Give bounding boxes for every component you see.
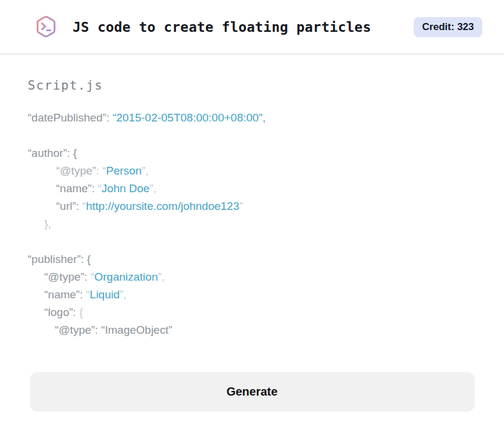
- code-line: “publisher”: {: [28, 251, 476, 268]
- code-line: “name”: “Liquid”,: [28, 286, 476, 304]
- code-block: “datePublished”: “2015-02-05T08:00:00+08…: [28, 109, 476, 339]
- code-line: },: [28, 215, 476, 233]
- main-content: Script.js “datePublished”: “2015-02-05T0…: [0, 78, 504, 412]
- code-line: “name”: “John Doe”,: [28, 180, 476, 198]
- code-line: [28, 127, 476, 144]
- filename-label: Script.js: [28, 78, 476, 93]
- header: JS code to create floating particles Cre…: [0, 0, 504, 55]
- generate-button[interactable]: Generate: [30, 372, 474, 412]
- page-title: JS code to create floating particles: [73, 19, 371, 35]
- credit-badge: Credit: 323: [414, 17, 482, 37]
- code-line: “url”: “http://yoursite.com/johndoe123”: [28, 198, 476, 215]
- code-line: “@type”: “ImageObject”: [28, 321, 476, 339]
- code-line: “@type”: “Organization”,: [28, 268, 476, 286]
- code-line: “author”: {: [28, 144, 476, 162]
- terminal-hexagon-icon: [34, 15, 58, 40]
- code-line: “datePublished”: “2015-02-05T08:00:00+08…: [28, 109, 476, 127]
- code-line: “logo”: {: [28, 304, 476, 321]
- code-line: “@type”: “Person”,: [28, 162, 476, 180]
- code-line: [28, 233, 476, 251]
